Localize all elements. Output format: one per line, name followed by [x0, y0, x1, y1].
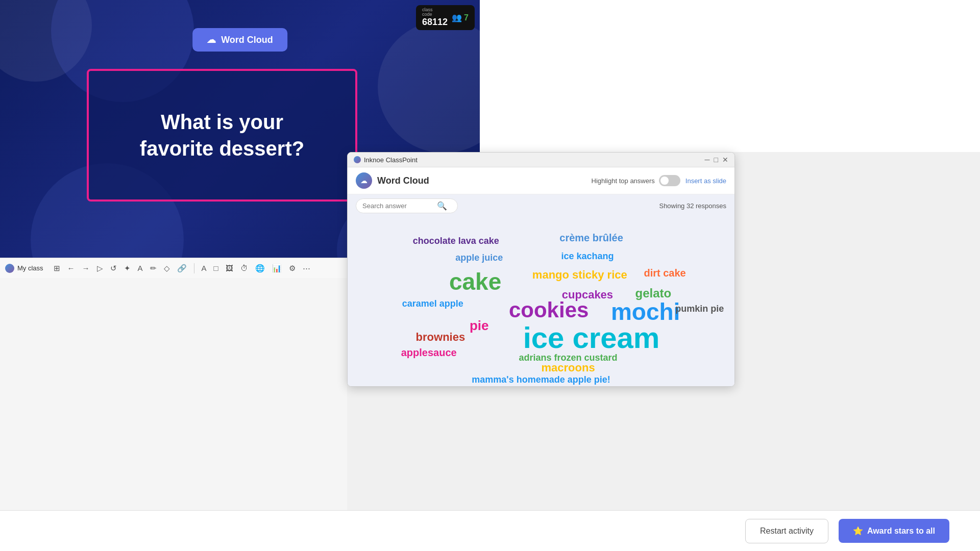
- word-item: dirt cake: [644, 267, 685, 279]
- word-cloud-button[interactable]: ☁ Word Cloud: [192, 28, 287, 52]
- wordcloud-logo: ☁: [356, 172, 372, 189]
- link-icon[interactable]: 🔗: [175, 263, 189, 274]
- close-button[interactable]: ✕: [722, 156, 728, 164]
- grid-icon[interactable]: ⊞: [52, 263, 62, 274]
- word-item: brownies: [416, 331, 465, 344]
- panel-header: ☁ Word Cloud Highlight top answers Inser…: [348, 167, 734, 194]
- action-bar: Restart activity ⭐ Award stars to all: [0, 510, 980, 551]
- word-item: mamma's homemade apple pie!: [472, 374, 610, 385]
- toolbar: My class ⊞ ← → ▷ ↺ ✦ A ✏ ◇ 🔗 A □ 🖼 ⏱ 🌐 📊…: [0, 258, 347, 278]
- panel-app-name: Inknoe ClassPoint: [364, 156, 418, 164]
- toggle-label: Highlight top answers: [592, 177, 655, 185]
- text2-icon[interactable]: A: [200, 263, 209, 273]
- minimize-button[interactable]: ─: [705, 156, 710, 164]
- play-icon[interactable]: ▷: [95, 263, 105, 274]
- eraser-icon[interactable]: ◇: [162, 263, 172, 274]
- restart-button[interactable]: Restart activity: [745, 519, 828, 543]
- highlight-icon[interactable]: ✏: [148, 263, 159, 274]
- image-icon[interactable]: 🖼: [224, 263, 235, 273]
- word-item: pumkin pie: [675, 303, 724, 314]
- class-badge: classcode 68112 👥 7: [416, 5, 475, 30]
- word-item: ice kachang: [561, 251, 614, 262]
- panel-search-bar: 🔍 Showing 32 responses: [348, 194, 734, 217]
- chart-icon[interactable]: 📊: [270, 263, 284, 274]
- question-box: What is your favorite dessert?: [87, 69, 357, 202]
- word-item: ice cream: [523, 320, 660, 355]
- insert-as-slide-button[interactable]: Insert as slide: [685, 177, 726, 185]
- wordcloud-icon: ☁: [207, 34, 216, 45]
- word-item: pie: [470, 317, 489, 333]
- refresh-icon[interactable]: ↺: [108, 263, 119, 274]
- my-class-label: My class: [17, 264, 43, 272]
- word-item: apple juice: [455, 253, 503, 263]
- globe-icon[interactable]: 🌐: [253, 263, 267, 274]
- word-item: cookies: [509, 298, 589, 322]
- panel-title-left: Inknoe ClassPoint: [354, 156, 418, 164]
- bottom-slide-area: [0, 276, 347, 551]
- class-label: classcode: [422, 8, 448, 17]
- question-text: What is your favorite dessert?: [130, 98, 314, 172]
- highlight-toggle[interactable]: [659, 175, 680, 186]
- word-item: chocolate lava cake: [413, 236, 499, 246]
- class-code: 68112: [422, 17, 448, 28]
- word-item: macroons: [541, 361, 595, 374]
- text-icon[interactable]: A: [136, 263, 145, 273]
- window-controls: ─ □ ✕: [705, 156, 728, 164]
- word-item: applesauce: [401, 346, 457, 358]
- more-icon[interactable]: ⋯: [301, 263, 312, 274]
- app-icon: [5, 264, 14, 273]
- highlight-toggle-area: Highlight top answers: [592, 175, 680, 186]
- back-icon[interactable]: ←: [65, 263, 77, 273]
- word-item: mango sticky rice: [532, 268, 627, 282]
- toggle-knob: [660, 177, 669, 185]
- panel-title: Word Cloud: [377, 176, 586, 186]
- word-cloud-display: chocolate lava cakecrème brûléeapple jui…: [348, 217, 734, 386]
- timer-icon[interactable]: ⏱: [238, 263, 250, 273]
- settings-icon[interactable]: ⚙: [287, 263, 298, 274]
- toolbar-logo: My class: [5, 264, 43, 273]
- responses-count: Showing 32 responses: [659, 202, 726, 210]
- search-box[interactable]: 🔍: [356, 198, 458, 213]
- word-item: caramel apple: [402, 298, 463, 309]
- shape-icon[interactable]: □: [212, 263, 220, 273]
- word-item: crème brûlée: [559, 232, 623, 243]
- panel-app-icon: [354, 156, 361, 163]
- cursor-icon[interactable]: ✦: [122, 263, 133, 274]
- star-icon: ⭐: [853, 526, 863, 536]
- award-stars-button[interactable]: ⭐ Award stars to all: [839, 519, 949, 543]
- panel-titlebar: Inknoe ClassPoint ─ □ ✕: [348, 153, 734, 167]
- right-area: [480, 0, 980, 152]
- forward-icon[interactable]: →: [80, 263, 92, 273]
- search-icon: 🔍: [437, 201, 447, 211]
- word-item: cake: [449, 268, 501, 295]
- classpoint-panel: Inknoe ClassPoint ─ □ ✕ ☁ Word Cloud Hig…: [347, 152, 735, 387]
- people-icon: 👥: [452, 13, 462, 22]
- maximize-button[interactable]: □: [714, 156, 718, 164]
- student-count: 👥 7: [452, 13, 469, 22]
- search-input[interactable]: [362, 202, 434, 210]
